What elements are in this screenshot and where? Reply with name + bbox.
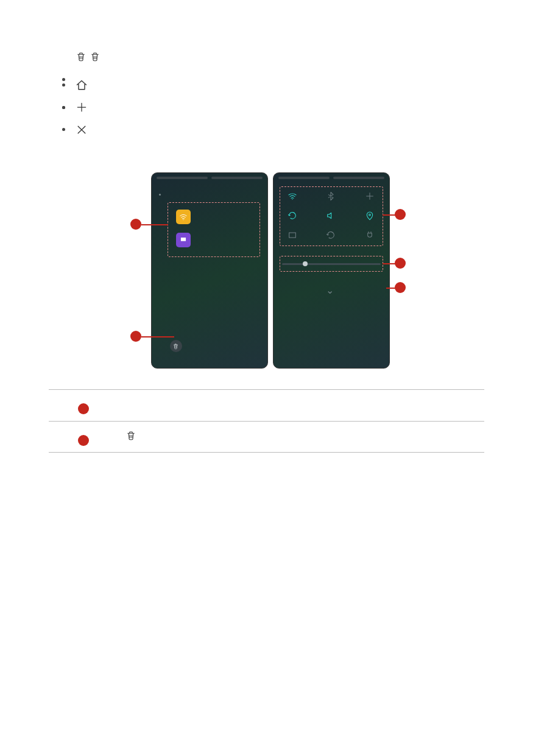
callout-lead [383,263,396,264]
clear-all-button[interactable] [170,340,182,352]
chevron-down-icon[interactable]: ⌄ [326,281,334,300]
data-icon [365,191,375,201]
phone-tabbar [157,177,263,184]
dot-icon [159,194,161,196]
phone-mock-right: ⌄ [273,172,390,369]
slider-thumb[interactable] [303,261,308,266]
quick-toggles-row [274,191,389,201]
bluetooth-icon [326,191,336,201]
list-item [62,77,484,96]
legend-text-1 [118,390,484,422]
trash-icon [90,50,101,62]
location-icon [365,211,375,221]
plus-icon [76,101,88,113]
legend-num-cell [49,421,118,453]
callout-lead [386,288,396,289]
legend-text-2 [118,421,484,453]
list-item [62,99,484,118]
callout-lead [383,214,396,216]
callout-marker-2 [78,435,89,446]
intro-line [76,49,484,68]
plug-icon [365,230,375,240]
cast-icon [288,230,297,240]
home-icon [76,79,88,91]
quick-toggles-row [274,230,389,240]
brightness-slider[interactable] [282,263,381,265]
trash-icon [125,429,136,441]
table-row [49,390,484,422]
phone-tabbar [278,177,384,184]
callout-lead [141,224,168,225]
notification-tile-icon [176,233,191,247]
table-row [49,421,484,453]
bullet-list-gestione [49,77,484,140]
sound-icon [326,211,336,221]
callout-marker-4 [395,258,406,269]
close-icon [76,123,88,135]
notification-panel-figure: ⌄ [54,170,480,377]
rotate-icon [288,211,297,221]
list-item [62,121,484,140]
legend-num-cell [49,390,118,422]
callout-lead [141,336,174,337]
callout-marker-5 [395,209,406,220]
phone-mock-left [151,172,268,369]
callout-marker-1 [78,403,89,414]
quick-toggles-row [274,211,389,221]
callout-legend-table [49,389,484,453]
wifi-icon [288,191,297,201]
svg-rect-2 [289,233,296,238]
callout-marker-3 [395,282,406,293]
callout-marker-1 [130,219,141,230]
trash-icon [76,50,86,62]
sync-icon [326,230,336,240]
callout-marker-2 [130,331,141,342]
notification-tile-icon [176,210,191,224]
